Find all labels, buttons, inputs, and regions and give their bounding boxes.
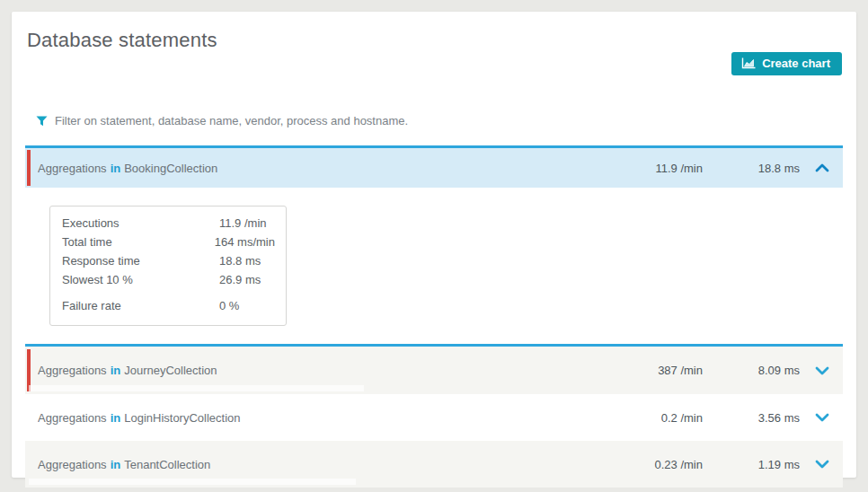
metric-label: Total time bbox=[62, 233, 215, 251]
statement-details: Executions 11.9 /min Total time 164 ms/m… bbox=[25, 206, 843, 344]
statement-name: Aggregations bbox=[38, 411, 107, 425]
statement-name: Aggregations bbox=[38, 364, 107, 377]
statement-keyword: in bbox=[111, 458, 121, 471]
executions-rate: 11.9 /min bbox=[559, 162, 703, 175]
statement-collection: LoginHistoryCollection bbox=[124, 411, 240, 425]
area-chart-icon bbox=[741, 57, 756, 69]
statement-collection: BookingCollection bbox=[124, 162, 217, 175]
executions-rate: 0.23 /min bbox=[559, 458, 703, 471]
metric-label: Executions bbox=[62, 214, 219, 233]
metric-row: Failure rate 0 % bbox=[62, 296, 275, 315]
statement-keyword: in bbox=[111, 162, 121, 175]
chevron-down-icon[interactable] bbox=[802, 459, 843, 470]
metric-row: Slowest 10 % 26.9 ms bbox=[62, 270, 275, 289]
statement-label: Aggregations in BookingCollection bbox=[38, 162, 559, 175]
executions-rate: 387 /min bbox=[559, 364, 703, 377]
statement-row-journeycollection[interactable]: Aggregations in JourneyCollection 387 /m… bbox=[25, 347, 843, 394]
metrics-panel: Executions 11.9 /min Total time 164 ms/m… bbox=[49, 206, 287, 326]
severity-bar bbox=[27, 150, 31, 186]
filter-hint[interactable]: Filter on statement, database name, vend… bbox=[36, 114, 408, 127]
statement-label: Aggregations in TenantCollection bbox=[38, 458, 559, 471]
chevron-up-icon[interactable] bbox=[802, 163, 843, 173]
metric-label: Failure rate bbox=[62, 296, 219, 315]
metric-row: Response time 18.8 ms bbox=[62, 251, 275, 270]
statement-name: Aggregations bbox=[38, 162, 107, 175]
statement-collection: TenantCollection bbox=[124, 458, 210, 471]
metric-label: Response time bbox=[62, 251, 219, 270]
statement-keyword: in bbox=[111, 364, 121, 377]
response-time: 3.56 ms bbox=[705, 411, 800, 425]
statement-keyword: in bbox=[111, 411, 121, 425]
statement-label: Aggregations in JourneyCollection bbox=[38, 364, 559, 377]
metric-row: Executions 11.9 /min bbox=[62, 214, 275, 233]
filter-funnel-icon bbox=[36, 116, 48, 127]
filter-hint-text: Filter on statement, database name, vend… bbox=[55, 114, 408, 127]
response-time: 8.09 ms bbox=[705, 364, 800, 377]
statement-collection: JourneyCollection bbox=[124, 364, 217, 377]
metric-value: 18.8 ms bbox=[219, 251, 275, 270]
create-chart-label: Create chart bbox=[762, 57, 830, 70]
chevron-down-icon[interactable] bbox=[802, 412, 843, 423]
chevron-down-icon[interactable] bbox=[802, 365, 843, 376]
metric-value: 164 ms/min bbox=[215, 233, 275, 251]
response-time: 18.8 ms bbox=[705, 162, 800, 175]
statement-name: Aggregations bbox=[38, 458, 107, 471]
page-title: Database statements bbox=[12, 12, 856, 52]
statement-row-tenantcollection[interactable]: Aggregations in TenantCollection 0.23 /m… bbox=[25, 441, 843, 488]
metric-value: 26.9 ms bbox=[219, 270, 275, 289]
statement-row-loginhistorycollection[interactable]: Aggregations in LoginHistoryCollection 0… bbox=[25, 394, 843, 441]
statements-list: Aggregations in BookingCollection 11.9 /… bbox=[25, 145, 843, 488]
statement-group-expanded: Aggregations in BookingCollection 11.9 /… bbox=[25, 145, 843, 347]
metric-row: Total time 164 ms/min bbox=[62, 233, 275, 251]
load-bar bbox=[29, 479, 356, 485]
statement-row-bookingcollection[interactable]: Aggregations in BookingCollection 11.9 /… bbox=[25, 148, 843, 188]
metric-value: 0 % bbox=[219, 296, 275, 315]
response-time: 1.19 ms bbox=[705, 458, 800, 471]
metric-value: 11.9 /min bbox=[219, 214, 275, 233]
create-chart-button[interactable]: Create chart bbox=[731, 52, 842, 75]
metric-label: Slowest 10 % bbox=[62, 270, 219, 289]
statement-label: Aggregations in LoginHistoryCollection bbox=[38, 411, 559, 425]
load-bar bbox=[29, 385, 364, 391]
executions-rate: 0.2 /min bbox=[559, 411, 703, 425]
database-statements-panel: Database statements Create chart Filter … bbox=[12, 12, 856, 478]
